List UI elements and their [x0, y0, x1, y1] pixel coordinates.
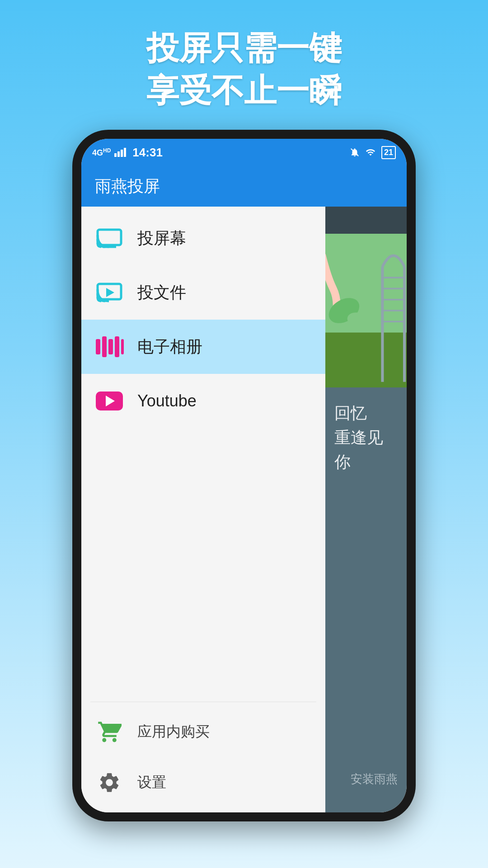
install-text: 安装雨燕 — [351, 772, 398, 786]
caption-line2: 重逢见你 — [334, 428, 383, 471]
right-top-bar — [325, 207, 407, 234]
svg-rect-8 — [115, 336, 119, 357]
settings-label: 设置 — [137, 773, 166, 793]
header-section: 投屏只需一键 享受不止一瞬 — [146, 27, 342, 112]
settings-icon — [95, 768, 124, 797]
svg-rect-6 — [102, 336, 107, 357]
photo-container — [325, 234, 407, 387]
photo-album-icon — [95, 332, 124, 361]
cart-icon — [95, 717, 124, 746]
menu-item-youtube[interactable]: Youtube — [81, 374, 325, 428]
svg-rect-1 — [98, 230, 121, 245]
install-banner: 安装雨燕 — [342, 764, 407, 794]
cast-screen-icon — [95, 224, 124, 253]
mute-icon — [350, 147, 360, 157]
svg-marker-4 — [106, 288, 114, 297]
svg-rect-9 — [121, 339, 124, 354]
header-line1: 投屏只需一键 — [146, 30, 342, 66]
drawer: 投屏幕 投文件 — [81, 207, 325, 812]
signal-bars — [114, 148, 126, 157]
cast-file-label: 投文件 — [137, 282, 186, 304]
status-bar: 4GHD 14:31 — [81, 139, 407, 166]
menu-item-photo-album[interactable]: 电子相册 — [81, 320, 325, 374]
status-right: 21 — [350, 146, 396, 159]
battery-indicator: 21 — [381, 146, 396, 159]
youtube-icon — [95, 387, 124, 415]
app-bar: 雨燕投屏 — [81, 166, 407, 207]
caption-line1: 回忆 — [334, 404, 367, 422]
menu-items: 投屏幕 投文件 — [81, 207, 325, 702]
purchase-label: 应用内购买 — [137, 722, 210, 742]
svg-rect-7 — [108, 339, 113, 354]
bottom-item-purchase[interactable]: 应用内购买 — [81, 707, 325, 757]
time-display: 14:31 — [132, 146, 163, 160]
phone-frame: 4GHD 14:31 — [72, 130, 416, 821]
app-title: 雨燕投屏 — [95, 175, 160, 198]
garden-photo — [325, 234, 407, 387]
menu-item-cast-file[interactable]: 投文件 — [81, 265, 325, 320]
main-content: 投屏幕 投文件 — [81, 207, 407, 812]
bottom-items: 应用内购买 设置 — [81, 702, 325, 812]
caption-text: 回忆 重逢见你 — [334, 401, 398, 474]
network-indicator: 4GHD — [92, 147, 111, 158]
menu-item-cast-screen[interactable]: 投屏幕 — [81, 211, 325, 265]
cast-file-icon — [95, 278, 124, 307]
bottom-item-settings[interactable]: 设置 — [81, 757, 325, 808]
svg-rect-5 — [96, 339, 100, 354]
youtube-label: Youtube — [137, 392, 197, 410]
right-panel: 回忆 重逢见你 安装雨燕 — [325, 207, 407, 812]
caption-area: 回忆 重逢见你 — [325, 387, 407, 488]
header-line2: 享受不止一瞬 — [146, 72, 342, 108]
svg-rect-11 — [325, 333, 407, 387]
status-left: 4GHD 14:31 — [92, 146, 163, 160]
photo-album-label: 电子相册 — [137, 336, 202, 358]
cast-screen-label: 投屏幕 — [137, 227, 186, 250]
phone-screen: 4GHD 14:31 — [81, 139, 407, 812]
wifi-icon — [365, 147, 376, 157]
